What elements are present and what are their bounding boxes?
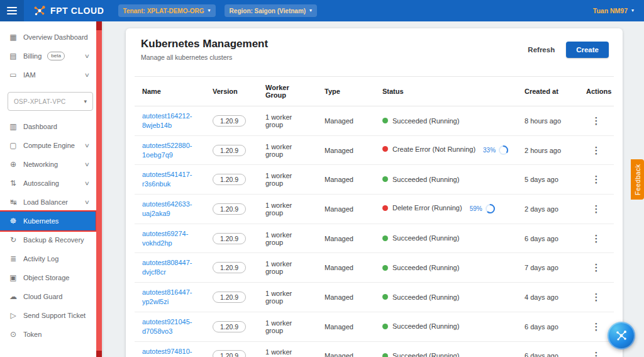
name-cell: autotest541417-r3s6nbuk [135,165,205,195]
status-label: Succeeded (Running) [392,176,459,183]
sidebar-item-object-storage[interactable]: ▣Object Storage [0,268,96,287]
dashboard-icon: ▥ [9,122,18,131]
ai-assistant-button[interactable] [608,322,635,349]
version-chip: 1.20.9 [213,174,246,185]
row-actions-button[interactable]: ⋮ [588,115,605,126]
name-cell: autotest808447-dvjcf8cr [135,253,205,283]
sidebar-item-autoscaling[interactable]: ⇅Autoscaling∨ [0,174,96,193]
region-selector[interactable]: Region: Saigon (Vietnam) ▾ [225,4,318,17]
column-header-actions: Actions [579,77,614,106]
table-row: autotest921045-d7058vo31.20.91 worker gr… [135,312,614,341]
row-actions-button[interactable]: ⋮ [588,321,605,332]
vpc-selector-value: OSP-XPLAT-VPC [14,98,66,105]
row-actions-button[interactable]: ⋮ [588,174,605,184]
type-cell: Managed [317,135,375,165]
cluster-name-link[interactable]: autotest642633-uaj2aka9 [142,200,197,218]
version-cell: 1.20.9 [205,283,258,312]
type-cell: Managed [317,283,375,312]
tenant-selector[interactable]: Tenant: XPLAT-DEMO-ORG ▾ [118,4,216,17]
actions-cell: ⋮ [579,224,614,253]
created-at-cell: 6 days ago [517,312,579,341]
status-indicator: Delete Error (Running) [382,204,462,212]
chevron-down-icon: ∨ [84,142,90,149]
status-dot-icon [382,265,388,271]
row-actions-button[interactable]: ⋮ [588,145,605,156]
chevron-down-icon: ▾ [631,8,634,13]
networking-icon: ⊕ [9,160,18,169]
status-label: Succeeded (Running) [392,117,459,125]
column-header-type: Type [317,77,375,106]
worker-group-cell: 1 worker group [258,253,317,283]
cluster-name-link[interactable]: autotest921045-d7058vo3 [142,317,197,336]
feedback-tab[interactable]: Feedback [631,159,644,200]
sidebar-item-send-support-ticket[interactable]: ▷Send Support Ticket [0,306,96,325]
sidebar-item-activity-log[interactable]: ≣Activity Log [0,249,96,268]
sidebar-scrollbar[interactable] [96,21,102,357]
sidebar-item-dashboard[interactable]: ▥Dashboard [0,117,96,136]
status-label: Succeeded (Running) [392,352,459,357]
progress-percent: 59% [470,205,482,212]
sidebar-item-networking[interactable]: ⊕Networking∨ [0,155,96,174]
sidebar-item-label: Overview Dashboard [23,33,88,41]
table-row: autotest808447-dvjcf8cr1.20.91 worker gr… [135,253,614,283]
sidebar-item-label: Autoscaling [23,179,59,187]
worker-group-cell: 1 worker group [258,312,317,341]
actions-cell: ⋮ [579,106,614,136]
sidebar-item-compute-engine[interactable]: ▢Compute Engine∨ [0,136,96,155]
refresh-button[interactable]: Refresh [525,42,557,57]
sidebar-item-backup-recovery[interactable]: ↻Backup & Recovery [0,230,96,249]
compute-engine-icon: ▢ [9,141,18,150]
sidebar-item-billing[interactable]: ▤Billingbeta∨ [0,47,96,65]
actions-cell: ⋮ [579,341,614,357]
cluster-name-link[interactable]: autotest816447-yp2wl5zi [142,288,197,307]
cluster-name-link[interactable]: autotest541417-r3s6nbuk [142,170,197,189]
table-row: autotest164212-8wjeb14b1.20.91 worker gr… [135,106,614,136]
create-button[interactable]: Create [566,42,609,58]
version-chip: 1.20.9 [213,115,246,127]
user-menu[interactable]: Tuan NM97 ▾ [593,7,634,14]
row-actions-button[interactable]: ⋮ [588,350,605,357]
sidebar-item-iam[interactable]: ▭IAM∨ [0,65,96,84]
sidebar-main-section: ▥Dashboard▢Compute Engine∨⊕Networking∨⇅A… [0,117,102,344]
status-dot-icon [382,235,388,241]
sidebar-item-token[interactable]: ⊙Token [0,325,96,344]
type-cell: Managed [317,341,375,357]
sidebar-item-load-balancer[interactable]: ↹Load Balancer∨ [0,193,96,212]
chevron-down-icon: ∨ [84,161,90,167]
cluster-name-link[interactable]: autotest69274-vokhd2hp [142,229,197,248]
status-cell: Succeeded (Running) [375,283,517,312]
created-at-cell: 6 days ago [517,341,579,357]
actions-cell: ⋮ [579,283,614,312]
status-dot-icon [382,353,388,357]
beta-badge: beta [47,52,65,60]
sidebar-item-label: Activity Log [23,255,58,263]
row-actions-button[interactable]: ⋮ [588,233,605,244]
version-chip: 1.20.9 [213,321,246,332]
version-cell: 1.20.9 [205,341,258,357]
scrollbar-thumb-bottom [96,351,102,357]
status-dot-icon [382,118,388,123]
cluster-name-link[interactable]: autotest974810-v8do8up6 [142,347,197,357]
progress-arc-icon [485,203,496,214]
status-dot-icon [382,146,388,152]
column-header-created-at: Created at [517,77,579,106]
cluster-name-link[interactable]: autotest808447-dvjcf8cr [142,258,197,277]
sidebar-item-kubernetes[interactable]: ☸Kubernetes [0,212,96,230]
status-label: Succeeded (Running) [392,264,459,271]
vpc-selector[interactable]: OSP-XPLAT-VPC ▾ [8,92,93,111]
status-indicator: Succeeded (Running) [382,176,459,183]
status-indicator: Succeeded (Running) [382,293,459,301]
status-cell: Succeeded (Running) [375,165,517,195]
actions-cell: ⋮ [579,195,614,224]
autoscaling-icon: ⇅ [9,179,18,188]
table-row: autotest541417-r3s6nbuk1.20.91 worker gr… [135,165,614,195]
sidebar-item-overview-dashboard[interactable]: ▦Overview Dashboard [0,28,96,47]
cluster-name-link[interactable]: autotest522880-1oebg7q9 [142,141,197,160]
menu-icon[interactable] [0,0,24,21]
row-actions-button[interactable]: ⋮ [588,292,605,302]
row-actions-button[interactable]: ⋮ [588,203,605,214]
sidebar-item-cloud-guard[interactable]: ☁Cloud Guard [0,287,96,306]
token-icon: ⊙ [9,330,18,339]
cluster-name-link[interactable]: autotest164212-8wjeb14b [142,111,197,130]
row-actions-button[interactable]: ⋮ [588,262,605,273]
